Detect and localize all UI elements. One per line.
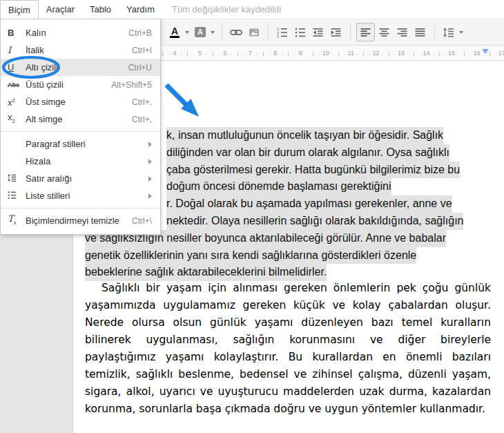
ruler-number: 17 (498, 50, 504, 57)
ruler-tick (193, 54, 194, 55)
submenu-arrow-icon (148, 193, 152, 199)
ruler-number: 6 (223, 50, 226, 57)
ruler-number: 7 (249, 50, 252, 57)
ruler-tick (244, 54, 244, 55)
menu-item-label: Üstü çizili (26, 79, 111, 90)
list-styles-icon (8, 191, 26, 201)
ruler-tick (288, 52, 289, 56)
ruler-tick (483, 54, 484, 55)
menu-item-satır-aralığı[interactable]: Satır aralığı (1, 170, 160, 187)
insert-link-button[interactable] (228, 24, 244, 41)
line-spacing-dropdown-icon[interactable] (459, 31, 463, 34)
ruler-tick (338, 52, 339, 56)
menu-separator (1, 208, 160, 209)
ruler-number: 16 (473, 50, 480, 57)
ruler-tick (187, 52, 188, 56)
selected-text: r. Doğal olarak bu aşamada yapılması ger… (166, 195, 452, 213)
menu-item-kalın[interactable]: BKalınCtrl+B (1, 24, 160, 41)
menu-item-üstü-çizili[interactable]: AbcÜstü çiziliAlt+Shift+5 (1, 76, 160, 93)
ruler-tick (470, 54, 471, 55)
menu-item-label: Paragraf stilleri (26, 139, 148, 149)
toolbar-separator (222, 24, 222, 40)
ruler-number: 10 (322, 50, 329, 57)
menu-item-label: Altı çizili (26, 62, 128, 73)
ruler-tick (445, 54, 446, 55)
text-color-icon: A (170, 27, 180, 38)
menubar-item-biçim[interactable]: Biçim (0, 0, 39, 19)
ruler-tick (238, 52, 238, 56)
menubar-item-araçlar[interactable]: Araçlar (39, 0, 82, 19)
align-center-button[interactable] (376, 24, 393, 41)
toolbar-separator (350, 24, 351, 40)
highlight-color-dropdown-icon[interactable] (211, 31, 215, 34)
ruler-indent-marker[interactable] (482, 49, 489, 54)
menubar-item-yardım[interactable]: Yardım (119, 0, 162, 19)
align-left-button[interactable] (356, 23, 375, 41)
menu-item-biçimlendirmeyi-temizle[interactable]: TxBiçimlendirmeyi temizleCtrl+\ (1, 212, 160, 229)
numbered-list-icon: 123 (277, 27, 288, 38)
menu-item-label: Alt simge (26, 114, 132, 124)
submenu-arrow-icon (148, 142, 152, 147)
menu-item-label: Kalın (26, 28, 128, 38)
menu-item-label: Üst simge (26, 97, 132, 107)
ruler-number: 5 (198, 50, 202, 57)
decrease-indent-button[interactable] (310, 24, 327, 41)
selected-text: nektedir. Olaya nesillerin sağlığı olara… (166, 213, 463, 230)
toolbar-separator (434, 24, 435, 40)
text-color-button[interactable]: A (166, 24, 183, 41)
text-color-dropdown-icon[interactable] (185, 31, 189, 34)
menu-item-label: Biçimlendirmeyi temizle (26, 215, 132, 226)
increase-indent-button[interactable] (328, 24, 345, 41)
ruler-tick (433, 54, 434, 55)
ruler-tick (313, 52, 313, 56)
insert-image-button[interactable] (246, 24, 262, 41)
ruler-number: 4 (173, 50, 176, 57)
ruler-tick (320, 54, 320, 55)
subscript-icon: x2 (8, 113, 26, 126)
ruler-tick (206, 54, 207, 55)
line-spacing-button[interactable] (440, 24, 457, 41)
selected-text: genetik özelliklerinin yanı sıra kendi s… (85, 247, 416, 264)
menu-item-shortcut: Ctrl+U (128, 63, 152, 73)
submenu-arrow-icon (148, 176, 152, 182)
menu-item-alt-simge[interactable]: x2Alt simgeCtrl+, (1, 110, 160, 128)
menu-item-altı-çizili[interactable]: UAltı çiziliCtrl+U (1, 59, 160, 76)
menu-item-hizala[interactable]: Hizala (1, 153, 160, 170)
text-line: k, insan mutluluğunun öncelik taşıyan bi… (166, 127, 443, 144)
numbered-list-button[interactable]: 123 (274, 24, 291, 41)
selected-text: k, insan mutluluğunun öncelik taşıyan bi… (166, 127, 443, 144)
superscript-icon: x2 (8, 96, 26, 107)
text-line: doğum öncesi dönemde başlaması gerektiği… (166, 178, 391, 195)
ruler-tick (269, 54, 270, 55)
menubar-item-tablo[interactable]: Tablo (82, 0, 119, 19)
ruler-tick (439, 52, 440, 56)
ruler-tick (389, 52, 389, 56)
bulleted-list-button[interactable] (292, 24, 309, 41)
ruler-number: 14 (423, 50, 429, 57)
menu-item-paragraf-stilleri[interactable]: Paragraf stilleri (1, 135, 160, 153)
underline-icon: U (8, 63, 26, 72)
ruler-tick (307, 54, 307, 55)
increase-indent-icon (331, 27, 342, 38)
menu-item-shortcut: Alt+Shift+5 (111, 80, 152, 90)
text-line: nektedir. Olaya nesillerin sağlığı olara… (166, 213, 463, 230)
selected-text: doğum öncesi dönemde başlaması gerektiği… (166, 178, 391, 195)
highlight-color-button[interactable]: A (192, 24, 209, 41)
clear-formatting-icon: Tx (8, 214, 26, 227)
justify-button[interactable] (412, 24, 429, 41)
menu-item-üst-simge[interactable]: x2Üst simgeCtrl+. (1, 93, 160, 110)
ruler-number: 9 (299, 50, 302, 57)
ruler-tick (263, 52, 264, 56)
ruler-tick (213, 52, 213, 56)
justify-icon (415, 27, 426, 38)
align-right-button[interactable] (394, 24, 411, 41)
ruler-tick (181, 54, 182, 55)
menu-item-liste-stilleri[interactable]: Liste stilleri (1, 187, 160, 204)
menu-item-i-talik[interactable]: IİtalikCtrl+I (1, 41, 160, 59)
link-icon (230, 27, 242, 38)
highlight-color-icon: A (195, 27, 206, 37)
ruler-tick (332, 54, 333, 55)
align-left-icon (360, 27, 371, 38)
line-spacing-icon (8, 173, 26, 184)
ruler-tick (395, 54, 396, 55)
